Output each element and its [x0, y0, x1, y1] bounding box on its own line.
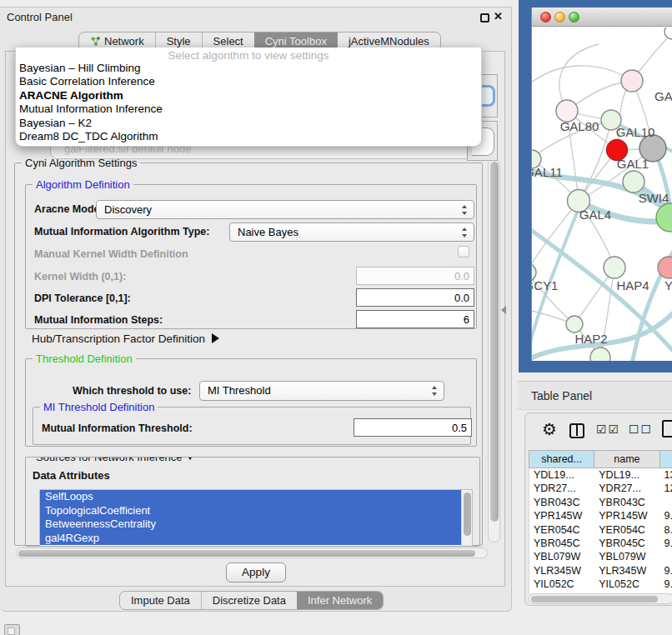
- table-settings-gear-icon[interactable]: ⚙: [542, 419, 557, 439]
- table-row[interactable]: YBL079WYBL079W: [529, 550, 672, 563]
- network-node[interactable]: [590, 348, 610, 361]
- select-all-columns-icon[interactable]: ☑☑: [596, 422, 620, 436]
- hub-definition-section[interactable]: Hub/Transcription Factor Definition: [32, 332, 219, 345]
- table-row[interactable]: YDR27...YDR27...12: [529, 482, 672, 495]
- settings-vertical-scrollbar[interactable]: [488, 159, 500, 542]
- table-row[interactable]: YBR045CYBR045C9.: [529, 537, 672, 550]
- algorithm-option[interactable]: Mutual Information Inference: [16, 102, 481, 116]
- table-horizontal-scrollbar[interactable]: [529, 593, 672, 604]
- settings-horizontal-scrollbar-thumb[interactable]: [18, 550, 475, 557]
- network-node[interactable]: [566, 316, 583, 332]
- column-layout-icon[interactable]: [569, 423, 584, 438]
- algorithm-option[interactable]: Dream8 DC_TDC Algorithm: [16, 130, 481, 143]
- data-attributes-list: SelfLoopsTopologicalCoefficientBetweenne…: [39, 489, 473, 547]
- table-row[interactable]: YLR345WYLR345W9.: [529, 564, 672, 578]
- table-cell: YPR145W: [529, 509, 594, 522]
- spinner-arrows-icon: [462, 228, 468, 238]
- list-scrollbar-thumb[interactable]: [464, 492, 471, 536]
- table-cell: YDR27...: [529, 482, 594, 495]
- data-attribute-item[interactable]: gal4RGexp: [40, 532, 461, 546]
- network-node[interactable]: [664, 28, 672, 39]
- minimized-panel-icon[interactable]: [4, 624, 20, 635]
- mi-threshold-label: Mutual Information Threshold:: [42, 422, 193, 434]
- table-row[interactable]: YDL19...YDL19...13: [529, 468, 672, 482]
- mi-algorithm-type-value: Naive Bayes: [238, 226, 298, 238]
- network-node[interactable]: [621, 70, 643, 92]
- algorithm-dropdown-placeholder: Select algorithm to view settings: [16, 48, 481, 62]
- table-cell: YIL052C: [594, 578, 659, 591]
- table-row[interactable]: YIL052CYIL052C9.: [529, 578, 672, 591]
- network-node[interactable]: [623, 171, 644, 192]
- window-minimize-button[interactable]: [554, 12, 565, 22]
- table-horizontal-scrollbar-thumb[interactable]: [531, 596, 658, 602]
- mi-algorithm-type-select[interactable]: Naive Bayes: [229, 222, 474, 242]
- mi-type-label: Mutual Information Algorithm Type:: [34, 226, 209, 238]
- window-zoom-button[interactable]: [569, 12, 579, 22]
- algorithm-option[interactable]: ARACNE Algorithm: [16, 89, 481, 102]
- table-cell: 9.: [660, 578, 672, 591]
- network-canvas[interactable]: GALGAL80GAL10GAL1GAL11SWI4GAL4GCY1HAP4YH…: [532, 28, 672, 361]
- data-attributes-label: Data Attributes: [33, 469, 110, 482]
- tab-discretize-data[interactable]: Discretize Data: [201, 592, 297, 609]
- network-node-label: HAP4: [616, 278, 649, 292]
- network-node-label: GAL: [654, 89, 672, 103]
- data-attribute-item[interactable]: BetweennessCentrality: [40, 518, 461, 532]
- table-cell: YBL079W: [594, 550, 659, 563]
- network-node-label: SWI4: [639, 191, 669, 205]
- table-column-header[interactable]: [660, 451, 672, 468]
- table-row[interactable]: YER054CYER054C8.: [529, 523, 672, 537]
- deselect-all-columns-icon[interactable]: ☐☐: [629, 422, 653, 436]
- network-node[interactable]: [656, 203, 672, 232]
- algorithm-option[interactable]: Bayesian – K2: [16, 117, 481, 130]
- export-table-icon[interactable]: [662, 420, 672, 438]
- table-cell: 8.: [660, 523, 672, 537]
- tab-label: Discretize Data: [213, 592, 286, 609]
- group-title: MI Threshold Definition: [40, 401, 158, 413]
- table-column-header[interactable]: shared...: [529, 451, 594, 468]
- bottom-tab-bar: Impute DataDiscretize DataInfer Network: [119, 591, 384, 610]
- manual-kernel-width-label: Manual Kernel Width Definition: [34, 248, 188, 260]
- apply-button[interactable]: Apply: [226, 562, 286, 582]
- mi-steps-input[interactable]: [356, 310, 474, 328]
- table-panel-title: Table Panel: [531, 389, 592, 402]
- table-column-header[interactable]: name: [594, 451, 659, 468]
- aracne-mode-select[interactable]: Discovery: [96, 200, 474, 219]
- settings-vertical-scrollbar-thumb[interactable]: [490, 162, 499, 522]
- table-cell: [660, 550, 672, 563]
- manual-kernel-width-checkbox[interactable]: [458, 246, 469, 258]
- mi-threshold-input[interactable]: [354, 418, 472, 437]
- table-cell: YIL052C: [529, 578, 594, 591]
- network-icon: [90, 36, 101, 47]
- algorithm-option[interactable]: Bayesian – Hill Climbing: [16, 62, 481, 75]
- table-body: YDL19...YDL19...13YDR27...YDR27...12YBR0…: [529, 468, 672, 593]
- network-node[interactable]: [604, 257, 625, 278]
- table-cell: 9.: [660, 537, 672, 550]
- tab-infer-network[interactable]: Infer Network: [297, 592, 383, 609]
- data-attribute-item[interactable]: TopologicalCoefficient: [40, 504, 461, 518]
- table-row[interactable]: YPR145WYPR145W9.: [529, 509, 672, 522]
- table-row[interactable]: YBR043CYBR043C: [529, 496, 672, 509]
- data-attribute-item[interactable]: SelfLoops: [40, 490, 461, 504]
- panel-splitter-handle[interactable]: [501, 306, 506, 314]
- table-panel: ⚙ ☑☑ ☐☐ shared...name YDL19...YDL19...13…: [524, 412, 672, 606]
- close-panel-icon[interactable]: ✕: [494, 10, 503, 22]
- kernel-width-input[interactable]: [356, 267, 474, 285]
- group-title: Sources for Network Inference: [33, 457, 198, 463]
- network-node-label: GAL11: [532, 165, 563, 179]
- threshold-type-select[interactable]: MI Threshold: [199, 381, 444, 401]
- table-cell: 12: [660, 482, 672, 495]
- algorithm-option[interactable]: Basic Correlation Inference: [16, 75, 481, 88]
- list-scrollbar[interactable]: [461, 490, 472, 547]
- float-window-icon[interactable]: [480, 13, 489, 22]
- dpi-tolerance-input[interactable]: [356, 288, 474, 307]
- window-close-button[interactable]: [540, 12, 551, 22]
- settings-horizontal-scrollbar[interactable]: [16, 548, 488, 558]
- threshold-definition-group: Threshold Definition Which threshold to …: [25, 358, 477, 447]
- kernel-width-label: Kernel Width (0,1):: [34, 271, 126, 282]
- tab-impute-data[interactable]: Impute Data: [120, 592, 201, 609]
- table-cell: [660, 496, 672, 509]
- table-cell: YER054C: [594, 523, 659, 537]
- panel-title: Control Panel: [7, 11, 73, 23]
- network-node-label: GAL4: [579, 208, 611, 222]
- table-cell: YDR27...: [594, 482, 659, 495]
